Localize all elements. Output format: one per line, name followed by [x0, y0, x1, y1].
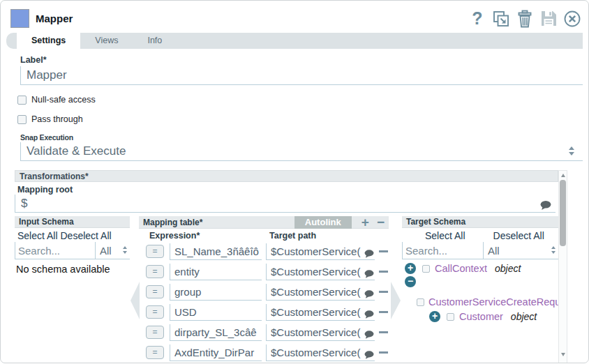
equals-button[interactable]: =	[146, 285, 164, 298]
transformations-scrollbar[interactable]	[558, 170, 567, 363]
delete-row-icon[interactable]	[379, 250, 388, 252]
tree-node-callcontext: + CallContext object	[402, 263, 558, 274]
target-path-input[interactable]	[266, 264, 375, 280]
expression-input[interactable]	[170, 264, 262, 280]
node-checkbox[interactable]	[422, 265, 430, 273]
snap-execution-select[interactable]: Validate & Execute	[20, 142, 583, 161]
scroll-down-icon[interactable]	[561, 353, 565, 356]
input-schema-links: Select All Deselect All	[15, 228, 130, 242]
input-schema-panel: Input Schema Select All Deselect All All…	[15, 216, 130, 363]
expression-input[interactable]	[170, 344, 262, 361]
snap-execution-value: Validate & Execute	[21, 144, 126, 158]
pass-through-checkbox[interactable]	[17, 115, 27, 124]
collapse-right-icon[interactable]	[391, 282, 401, 319]
expand-node-icon[interactable]: +	[405, 263, 416, 274]
node-checkbox[interactable]	[447, 313, 454, 321]
input-select-all-link[interactable]: Select All	[17, 230, 58, 241]
mapping-row: =	[139, 342, 389, 363]
comment-icon[interactable]	[364, 349, 374, 362]
null-safe-checkbox[interactable]	[17, 96, 27, 105]
delete-row-icon[interactable]	[379, 311, 388, 313]
mapping-root-field	[15, 195, 556, 213]
collapse-left-icon[interactable]	[131, 282, 140, 319]
comment-icon[interactable]	[364, 309, 374, 321]
target-schema-search-input[interactable]	[403, 245, 483, 257]
expression-input[interactable]	[170, 284, 262, 301]
add-row-icon[interactable]: +	[361, 217, 369, 228]
equals-button[interactable]: =	[146, 265, 164, 278]
scroll-up-icon[interactable]	[561, 174, 565, 177]
comment-icon[interactable]	[364, 248, 374, 261]
expand-node-icon[interactable]: +	[429, 311, 440, 322]
comment-icon[interactable]	[364, 268, 374, 281]
mapping-row: =	[139, 261, 389, 282]
mapping-row: =	[139, 282, 389, 302]
delete-row-icon[interactable]	[379, 351, 388, 354]
mapping-root-input[interactable]	[15, 195, 556, 213]
dropdown-spinner-icon	[569, 146, 574, 156]
save-icon[interactable]	[539, 10, 558, 28]
mapping-panels: Input Schema Select All Deselect All All…	[15, 216, 567, 363]
equals-button[interactable]: =	[146, 245, 164, 258]
tab-settings[interactable]: Settings	[17, 33, 80, 49]
target-path-input[interactable]	[266, 304, 375, 321]
collapse-node-icon[interactable]: −	[405, 276, 416, 287]
expression-input[interactable]	[170, 324, 262, 341]
equals-button[interactable]: =	[146, 305, 164, 319]
target-path-input[interactable]	[266, 243, 375, 260]
delete-row-icon[interactable]	[379, 291, 388, 293]
help-icon[interactable]: ?	[468, 10, 486, 28]
delete-row-icon[interactable]	[379, 271, 388, 273]
transformations-section: Transformations* Mapping root Input Sche…	[15, 170, 567, 363]
scrollbar-thumb[interactable]	[560, 180, 566, 246]
node-name[interactable]: CallContext	[435, 263, 487, 274]
pass-through-row: Pass through	[17, 114, 588, 124]
snap-type-icon	[10, 9, 29, 28]
snap-execution-label: Snap Execution	[20, 133, 588, 142]
comment-icon[interactable]	[364, 289, 374, 301]
equals-button[interactable]: =	[146, 326, 164, 339]
target-path-input[interactable]	[266, 344, 375, 361]
comment-icon[interactable]	[540, 200, 551, 213]
target-select-all-link[interactable]: Select All	[425, 230, 465, 241]
equals-button[interactable]: =	[146, 346, 164, 359]
null-safe-row: Null-safe access	[17, 95, 588, 105]
input-deselect-all-link[interactable]: Deselect All	[60, 230, 111, 241]
mapping-table-column-headers: Expression* Target path	[139, 229, 389, 241]
dropdown-spinner-icon	[551, 246, 556, 254]
target-schema-filter-value: All	[484, 245, 500, 257]
input-schema-title: Input Schema	[15, 216, 130, 228]
delete-icon[interactable]	[516, 10, 534, 28]
transformations-title: Transformations*	[15, 170, 558, 182]
tab-views[interactable]: Views	[80, 33, 133, 49]
node-type: object	[495, 263, 521, 274]
target-schema-filter-select[interactable]: All	[483, 242, 558, 259]
mapping-row-partial	[139, 363, 389, 363]
tab-info[interactable]: Info	[133, 33, 177, 49]
node-name[interactable]: CustomerServiceCreateReque	[428, 296, 558, 308]
target-path-input[interactable]	[266, 284, 375, 301]
target-schema-tree: + CallContext object − CustomerServiceCr…	[402, 259, 558, 322]
target-schema-links: Select All Deselect All	[402, 228, 558, 242]
label-field-label: Label*	[20, 55, 588, 65]
delete-row-icon[interactable]	[379, 331, 388, 333]
input-schema-filter-select[interactable]: All	[95, 242, 130, 259]
node-name[interactable]: Customer	[459, 311, 503, 322]
open-preview-icon[interactable]	[492, 10, 510, 28]
label-input[interactable]	[20, 66, 583, 85]
autolink-button[interactable]: Autolink	[294, 216, 352, 229]
remove-row-icon[interactable]: −	[377, 217, 385, 228]
expression-input[interactable]	[170, 304, 262, 321]
pass-through-label: Pass through	[31, 114, 83, 124]
tree-node-expander-row: −	[402, 276, 558, 287]
comment-icon[interactable]	[364, 329, 374, 342]
expression-input[interactable]	[170, 243, 262, 260]
mapping-table-title: Mapping table*	[143, 218, 294, 227]
mapping-row: =	[139, 241, 389, 261]
target-path-column-header: Target path	[269, 231, 316, 241]
target-path-input[interactable]	[266, 324, 375, 341]
node-checkbox[interactable]	[417, 298, 424, 306]
close-icon[interactable]	[563, 10, 581, 28]
target-deselect-all-link[interactable]: Deselect All	[493, 230, 544, 241]
input-schema-search-input[interactable]	[15, 245, 95, 257]
